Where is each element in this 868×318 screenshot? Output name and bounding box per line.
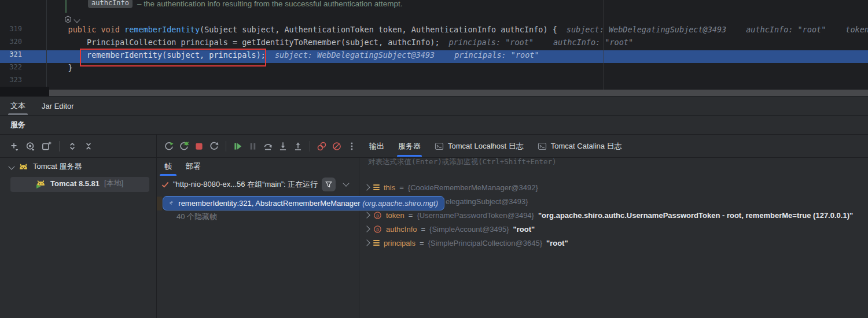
editor-bottom-corner <box>0 87 49 97</box>
code-line-322[interactable]: } <box>49 63 73 76</box>
field-icon <box>373 184 380 190</box>
open-in-new-tab-button[interactable] <box>39 139 53 153</box>
console-tab-bar: 输出 服务器 Tomcat Localhost 日志 Tomcat Catali… <box>362 135 629 157</box>
step-out-button[interactable] <box>291 139 305 153</box>
view-options-button[interactable] <box>23 139 37 153</box>
variable-row-authcinfo[interactable]: p authcInfo = {SimpleAccount@3495} "root… <box>365 222 535 236</box>
chevron-right-icon[interactable] <box>363 184 370 190</box>
svg-text:p: p <box>376 226 379 232</box>
code-line-319[interactable]: public void rememberIdentity(Subject sub… <box>49 25 868 38</box>
line-number: 322 <box>0 63 22 76</box>
stack-frame-label: rememberIdentity:321, AbstractRememberMe… <box>178 199 438 208</box>
funnel-icon <box>325 180 333 188</box>
tree-item-tomcat-servers[interactable]: Tomcat 服务器 <box>9 161 82 172</box>
resume-button[interactable] <box>231 139 245 153</box>
tab-server[interactable]: 服务器 <box>391 135 428 157</box>
code-editor[interactable]: 319 320 321 322 323 authcInfo – the auth… <box>0 0 868 97</box>
inline-debug-hint: subject: WebDelegatingSubject@3493 <box>275 50 435 60</box>
hidden-frames-label[interactable]: 40 个隐藏帧 <box>176 212 217 222</box>
back-arrow-icon <box>169 199 174 208</box>
console-icon <box>435 142 444 151</box>
parameter-icon: p <box>373 225 382 234</box>
tree-item-tomcat-8581[interactable]: Tomcat 8.5.81 [本地] <box>36 178 123 188</box>
code-vision-icon <box>64 15 72 24</box>
evaluate-expression-input[interactable]: 对表达式求值(Enter)或添加监视(Ctrl+Shift+Enter) <box>368 157 557 173</box>
step-into-button[interactable] <box>276 139 290 153</box>
frames-tab-bar: 帧 部署 <box>157 157 208 176</box>
toolbar-divider <box>310 141 310 151</box>
services-title: 服务 <box>10 120 25 130</box>
javadoc-param-chip: authcInfo <box>88 0 133 8</box>
gutter-border <box>46 0 47 87</box>
selected-tab-underline <box>397 155 422 157</box>
collapse-all-button[interactable] <box>82 139 95 153</box>
redeploy-button[interactable] <box>207 139 221 153</box>
thread-label: "http-nio-8080-ex...56 在组“main”: 正在运行 <box>173 179 318 190</box>
chevron-down-icon[interactable] <box>343 180 349 186</box>
doc-indent-guide <box>65 0 67 13</box>
rerun-debug-button[interactable] <box>177 139 191 153</box>
chevron-down-icon[interactable] <box>8 163 14 169</box>
expand-all-button[interactable] <box>65 139 79 153</box>
debugger-toolbar <box>162 139 359 153</box>
step-over-button[interactable] <box>261 139 275 153</box>
variable-row-principals[interactable]: principals = {SimplePrincipalCollection@… <box>365 236 568 250</box>
toolbar-divider <box>226 141 226 151</box>
ide-window: 319 320 321 322 323 authcInfo – the auth… <box>0 0 868 318</box>
parameter-icon: p <box>373 211 382 220</box>
more-options-button[interactable] <box>345 139 359 153</box>
inline-debug-hint: subject: WebDelegatingSubject@3493 <box>567 25 726 34</box>
thread-selector-row[interactable]: "http-nio-8080-ex...56 在组“main”: 正在运行 <box>161 177 318 192</box>
view-breakpoints-button[interactable] <box>315 139 329 153</box>
annotation-red-box <box>80 49 266 66</box>
tab-deploy[interactable]: 部署 <box>179 157 208 176</box>
console-icon <box>538 142 547 151</box>
field-icon <box>373 240 380 246</box>
inline-debug-hint: authcInfo: "root" <box>553 38 633 47</box>
horizontal-scrollbar[interactable] <box>49 90 868 96</box>
inline-debug-hint: principals: "root" <box>449 38 534 47</box>
panel-divider[interactable] <box>156 135 157 318</box>
chevron-right-icon[interactable] <box>363 225 370 232</box>
tab-output[interactable]: 输出 <box>362 135 391 157</box>
tomcat-icon <box>19 162 28 172</box>
javadoc-text: – the authentication info resulting from… <box>137 0 403 8</box>
selected-tab-underline <box>8 113 28 115</box>
right-margin-guide <box>604 0 604 90</box>
services-panel-header: 服务 <box>0 116 868 135</box>
selected-tab-underline <box>160 174 176 176</box>
thread-running-check-icon <box>161 180 170 189</box>
panel-divider[interactable] <box>359 157 359 318</box>
line-number-current: 321 <box>0 50 22 63</box>
inline-debug-hint: authcInfo: "root" <box>746 25 826 34</box>
stop-button[interactable] <box>192 139 206 153</box>
chevron-right-icon[interactable] <box>363 212 370 218</box>
line-number: 320 <box>0 38 22 50</box>
rerun-button[interactable] <box>162 139 176 153</box>
tab-jar-editor[interactable]: Jar Editor <box>34 97 82 115</box>
hide-frames-filter-button[interactable] <box>322 178 336 191</box>
editor-tab-bar: 文本 Jar Editor <box>0 97 868 116</box>
mute-breakpoints-button[interactable] <box>330 139 344 153</box>
code-vision-widget[interactable] <box>64 15 79 24</box>
pause-button[interactable] <box>246 139 260 153</box>
variable-row-subject-occluded[interactable]: elegatingSubject@3493} <box>446 194 528 208</box>
execution-frame-marker <box>157 197 162 210</box>
tomcat-debug-icon <box>36 179 46 188</box>
svg-text:p: p <box>376 212 379 218</box>
inline-debug-hint: token: " <box>845 25 868 34</box>
line-number: 319 <box>0 25 22 38</box>
add-service-button[interactable] <box>7 139 21 153</box>
tab-text[interactable]: 文本 <box>2 97 34 115</box>
variable-row-this[interactable]: this = {CookieRememberMeManager@3492} <box>365 180 538 194</box>
services-toolbar <box>7 139 95 153</box>
tab-tomcat-catalina-log[interactable]: Tomcat Catalina 日志 <box>531 135 629 157</box>
inline-debug-hint: principals: "root" <box>454 50 539 60</box>
javadoc-line: authcInfo – the authentication info resu… <box>88 0 403 10</box>
chevron-down-icon <box>73 16 80 23</box>
stack-frame-selected[interactable]: rememberIdentity:321, AbstractRememberMe… <box>163 196 444 210</box>
toolbar-divider <box>59 141 60 151</box>
chevron-right-icon[interactable] <box>363 239 370 246</box>
tab-tomcat-localhost-log[interactable]: Tomcat Localhost 日志 <box>428 135 531 157</box>
tab-frames[interactable]: 帧 <box>157 157 179 176</box>
